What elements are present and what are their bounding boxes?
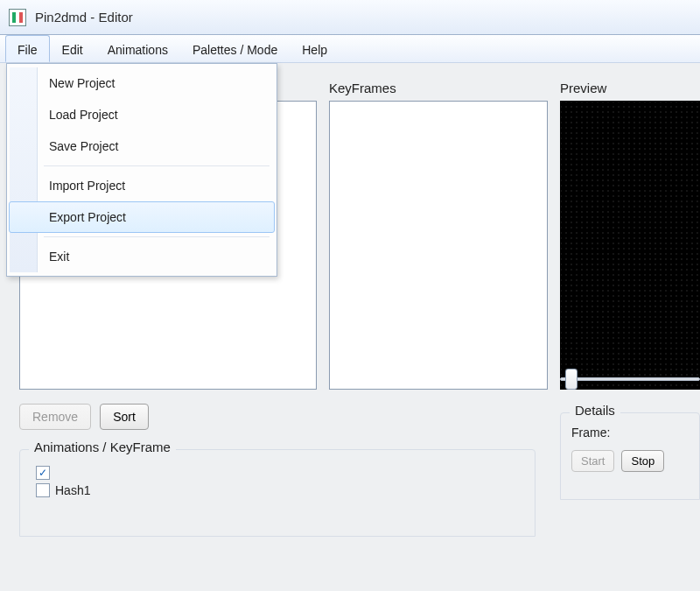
bottom-row: Remove Sort Animations / KeyFrame Hash1 [19, 404, 700, 537]
checkbox-row-first[interactable] [36, 466, 519, 480]
menu-file[interactable]: File [5, 35, 50, 62]
menu-animations[interactable]: Animations [95, 35, 180, 62]
file-dropdown: New Project Load Project Save Project Im… [6, 63, 277, 277]
menu-palettes-mode[interactable]: Palettes / Mode [180, 35, 290, 62]
checkbox-hash1-label: Hash1 [55, 483, 90, 497]
file-save-project[interactable]: Save Project [9, 130, 275, 162]
frame-label: Frame: [571, 426, 689, 440]
keyframes-listbox[interactable] [329, 101, 548, 390]
dropdown-separator [44, 236, 270, 237]
recordings-buttons: Remove Sort [19, 404, 548, 430]
file-import-project[interactable]: Import Project [9, 170, 275, 201]
keyframes-panel: KeyFrames [329, 81, 548, 390]
preview-label: Preview [560, 81, 700, 95]
animations-keyframe-group: Animations / KeyFrame Hash1 [19, 449, 536, 537]
file-export-project[interactable]: Export Project [9, 201, 275, 233]
details-column: Details Frame: Start Stop [560, 367, 700, 500]
sort-button[interactable]: Sort [100, 404, 149, 430]
menu-edit[interactable]: Edit [50, 35, 95, 62]
app-icon [9, 9, 26, 26]
preview-slider[interactable] [560, 367, 700, 391]
file-load-project[interactable]: Load Project [9, 99, 275, 130]
remove-button[interactable]: Remove [19, 404, 91, 430]
checkbox-first[interactable] [36, 466, 50, 480]
slider-thumb[interactable] [565, 369, 578, 390]
playback-buttons: Start Stop [571, 450, 689, 472]
checkbox-hash1[interactable] [36, 483, 50, 497]
slider-track [560, 377, 700, 381]
preview-panel: Preview [560, 81, 700, 390]
keyframes-label: KeyFrames [329, 81, 548, 95]
dropdown-separator [44, 165, 270, 166]
menu-help[interactable]: Help [290, 35, 340, 62]
file-exit[interactable]: Exit [9, 241, 275, 272]
file-new-project[interactable]: New Project [9, 67, 275, 99]
window-title: Pin2dmd - Editor [35, 10, 133, 25]
details-group: Details Frame: Start Stop [560, 412, 700, 500]
preview-display [560, 101, 700, 390]
menubar: File Edit Animations Palettes / Mode Hel… [0, 35, 700, 63]
stop-button[interactable]: Stop [621, 450, 664, 472]
details-legend: Details [570, 403, 620, 418]
titlebar: Pin2dmd - Editor [0, 0, 700, 35]
start-button[interactable]: Start [571, 450, 614, 472]
animations-keyframe-legend: Animations / KeyFrame [29, 440, 176, 454]
checkbox-row-hash1[interactable]: Hash1 [36, 483, 519, 497]
